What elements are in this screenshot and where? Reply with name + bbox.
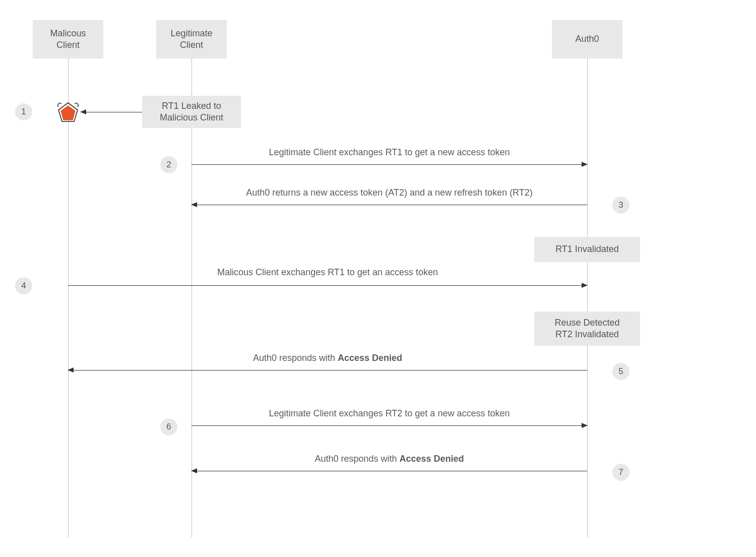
malicious-badge-icon (55, 100, 81, 125)
msg-5-bold: Access Denied (338, 353, 402, 363)
step-7: 7 (612, 464, 629, 481)
step-6-label: 6 (166, 422, 171, 432)
arrow-6 (192, 425, 587, 426)
arrow-3 (192, 205, 587, 205)
step-2: 2 (160, 156, 177, 173)
msg-7-bold: Access Denied (400, 454, 464, 464)
step-1: 1 (15, 103, 32, 120)
msg-6-text: Legitimate Client exchanges RT2 to get a… (269, 408, 510, 418)
msg-5-pre: Auth0 responds with (253, 353, 338, 363)
msg-2: Legitimate Client exchanges RT1 to get a… (192, 147, 587, 158)
participant-malicious-label: MalicousClient (50, 28, 86, 51)
msg-2-text: Legitimate Client exchanges RT1 to get a… (269, 147, 510, 157)
participant-legitimate: LegitimateClient (156, 20, 227, 58)
participant-auth0: Auth0 (552, 20, 622, 58)
participant-legitimate-label: LegitimateClient (170, 28, 212, 51)
msg-5: Auth0 responds with Access Denied (68, 353, 587, 363)
participant-malicious: MalicousClient (33, 20, 103, 58)
step-3: 3 (612, 197, 629, 214)
step-3-label: 3 (618, 200, 623, 210)
step-1-label: 1 (21, 107, 26, 117)
arrow-4 (68, 285, 587, 286)
participant-auth0-label: Auth0 (575, 33, 599, 45)
msg-3-text: Auth0 returns a new access token (AT2) a… (246, 188, 533, 198)
arrow-leak (81, 112, 142, 112)
lifeline-malicious (68, 58, 69, 537)
arrow-7 (192, 471, 587, 471)
lifeline-legitimate (192, 58, 192, 537)
lifeline-auth0 (587, 58, 588, 537)
note-invalidated: RT1 Invalidated (534, 237, 640, 262)
step-2-label: 2 (166, 160, 171, 170)
note-reuse: Reuse DetectedRT2 Invalidated (534, 312, 640, 346)
note-invalidated-label: RT1 Invalidated (555, 243, 619, 255)
msg-4: Malicous Client exchanges RT1 to get an … (68, 267, 587, 278)
msg-4-text: Malicous Client exchanges RT1 to get an … (217, 267, 438, 277)
step-5: 5 (612, 363, 629, 380)
note-leak-label: RT1 Leaked toMalicious Client (160, 100, 223, 124)
msg-7: Auth0 responds with Access Denied (192, 454, 587, 464)
msg-6: Legitimate Client exchanges RT2 to get a… (192, 408, 587, 419)
step-4-label: 4 (21, 281, 26, 291)
msg-7-pre: Auth0 responds with (314, 454, 399, 464)
note-reuse-label: Reuse DetectedRT2 Invalidated (554, 317, 619, 341)
msg-3: Auth0 returns a new access token (AT2) a… (192, 188, 587, 198)
step-4: 4 (15, 277, 32, 294)
note-leak: RT1 Leaked toMalicious Client (142, 96, 241, 128)
step-7-label: 7 (618, 467, 623, 477)
step-6: 6 (160, 418, 177, 436)
sequence-diagram: MalicousClient LegitimateClient Auth0 1 … (15, 20, 650, 539)
step-5-label: 5 (618, 366, 623, 377)
arrow-5 (68, 370, 587, 370)
arrow-2 (192, 164, 587, 165)
